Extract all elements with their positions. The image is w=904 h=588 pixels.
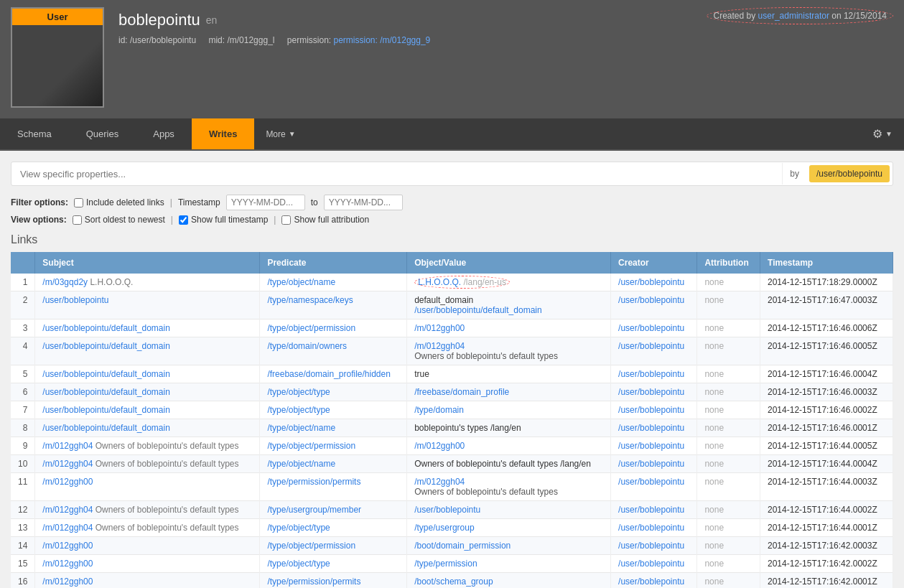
subject-link[interactable]: /m/03gqd2y: [42, 277, 88, 287]
predicate-link[interactable]: /type/object/name: [267, 277, 335, 287]
subject-link[interactable]: /user/boblepointu/default_domain: [42, 387, 169, 397]
object-link[interactable]: /freebase/domain_profile: [414, 387, 509, 397]
creator-link[interactable]: /user/boblepointu: [618, 477, 684, 487]
predicate-link[interactable]: /type/object/permission: [267, 441, 355, 451]
cell-num: 10: [11, 455, 35, 473]
object-link[interactable]: /m/012ggh04: [414, 477, 465, 487]
subject-link[interactable]: /user/boblepointu/default_domain: [42, 323, 169, 333]
created-by-link[interactable]: user_administrator: [758, 11, 829, 21]
subject-link[interactable]: /m/012ggh00: [42, 577, 93, 587]
subject-link[interactable]: /m/012ggh04: [42, 441, 93, 451]
creator-link[interactable]: /user/boblepointu: [618, 441, 684, 451]
predicate-link[interactable]: /type/object/type: [267, 405, 330, 415]
predicate-link[interactable]: /type/object/type: [267, 559, 330, 569]
predicate-link[interactable]: /type/permission/permits: [267, 577, 360, 587]
creator-link[interactable]: /user/boblepointu: [618, 323, 684, 333]
creator-link[interactable]: /user/boblepointu: [618, 559, 684, 569]
object-link[interactable]: /type/usergroup: [414, 523, 474, 533]
cell-subject: /m/012ggh00: [35, 537, 260, 555]
object-link[interactable]: L.H.O.O.Q.: [418, 277, 461, 287]
creator-link[interactable]: /user/boblepointu: [618, 541, 684, 551]
object-extra-link[interactable]: /user/boblepointu/default_domain: [414, 305, 541, 315]
nav-gear[interactable]: ⚙ ▼: [861, 118, 904, 149]
subject-link[interactable]: /user/boblepointu/default_domain: [42, 369, 169, 379]
creator-link[interactable]: /user/boblepointu: [618, 423, 684, 433]
object-link[interactable]: /boot/domain_permission: [414, 541, 511, 551]
predicate-link[interactable]: /type/permission/permits: [267, 477, 360, 487]
subject-link[interactable]: /m/012ggh04: [42, 523, 93, 533]
subject-link[interactable]: /m/012ggh00: [42, 477, 93, 487]
creator-link[interactable]: /user/boblepointu: [618, 341, 684, 351]
cell-creator: /user/boblepointu: [611, 437, 697, 455]
created-on: on 12/15/2014: [831, 11, 887, 21]
subject-link[interactable]: /user/boblepointu/default_domain: [42, 423, 169, 433]
nav-more[interactable]: More ▼: [254, 119, 307, 149]
nav-queries[interactable]: Queries: [69, 118, 136, 149]
predicate-link[interactable]: /type/namespace/keys: [267, 295, 353, 305]
object-value: Owners of boblepointu's default types /l…: [414, 459, 591, 469]
main-content: by /user/boblepointu Filter options: Inc…: [0, 151, 904, 588]
predicate-link[interactable]: /type/object/permission: [267, 541, 355, 551]
creator-link[interactable]: /user/boblepointu: [618, 295, 684, 305]
subject-link[interactable]: /user/boblepointu/default_domain: [42, 341, 169, 351]
include-deleted-checkbox[interactable]: [74, 198, 83, 207]
cell-num: 7: [11, 401, 35, 419]
search-input[interactable]: [11, 163, 782, 185]
predicate-link[interactable]: /type/object/permission: [267, 323, 355, 333]
cell-predicate: /type/object/permission: [260, 437, 407, 455]
created-label: Created by: [713, 11, 755, 21]
cell-timestamp: 2014-12-15T17:16:42.0003Z: [760, 537, 893, 555]
creator-link[interactable]: /user/boblepointu: [618, 277, 684, 287]
predicate-link[interactable]: /type/object/type: [267, 387, 330, 397]
show-full-timestamp-label[interactable]: Show full timestamp: [179, 215, 268, 225]
nav-apps[interactable]: Apps: [136, 118, 192, 149]
table-row: 6/user/boblepointu/default_domain/type/o…: [11, 383, 893, 401]
cell-timestamp: 2014-12-15T17:16:46.0002Z: [760, 401, 893, 419]
creator-link[interactable]: /user/boblepointu: [618, 387, 684, 397]
object-link[interactable]: /boot/schema_group: [414, 577, 493, 587]
subject-link[interactable]: /m/012ggh04: [42, 459, 93, 469]
permission-link[interactable]: permission: /m/012ggg_9: [334, 35, 431, 45]
sort-oldest-checkbox[interactable]: [73, 215, 82, 225]
object-link[interactable]: /m/012ggh00: [414, 323, 465, 333]
nav-writes[interactable]: Writes: [192, 118, 255, 149]
cell-num: 8: [11, 419, 35, 437]
include-deleted-label[interactable]: Include deleted links: [74, 197, 164, 207]
user-permission: permission: permission: /m/012ggg_9: [287, 35, 430, 45]
nav-schema[interactable]: Schema: [0, 118, 69, 149]
predicate-link[interactable]: /type/object/name: [267, 423, 335, 433]
search-filter-tag[interactable]: /user/boblepointu: [809, 165, 890, 182]
sort-oldest-text: Sort oldest to newest: [85, 215, 165, 225]
show-full-attribution-checkbox[interactable]: [281, 215, 291, 225]
cell-timestamp: 2014-12-15T17:16:44.0004Z: [760, 455, 893, 473]
sort-oldest-label[interactable]: Sort oldest to newest: [73, 215, 165, 225]
object-link[interactable]: /m/012ggh04: [414, 341, 465, 351]
timestamp-from-input[interactable]: [226, 195, 305, 210]
predicate-link[interactable]: /type/domain/owners: [267, 341, 347, 351]
cell-predicate: /type/object/type: [260, 401, 407, 419]
object-link[interactable]: /type/domain: [414, 405, 464, 415]
creator-link[interactable]: /user/boblepointu: [618, 459, 684, 469]
timestamp-to-input[interactable]: [324, 195, 403, 210]
subject-link[interactable]: /user/boblepointu/default_domain: [42, 405, 169, 415]
subject-link[interactable]: /m/012ggh04: [42, 505, 93, 515]
creator-link[interactable]: /user/boblepointu: [618, 505, 684, 515]
show-full-attribution-label[interactable]: Show full attribution: [281, 215, 369, 225]
creator-link[interactable]: /user/boblepointu: [618, 369, 684, 379]
subject-link[interactable]: /user/boblepointu: [42, 295, 108, 305]
predicate-link[interactable]: /type/object/type: [267, 523, 330, 533]
object-link[interactable]: /type/permission: [414, 559, 477, 569]
creator-link[interactable]: /user/boblepointu: [618, 523, 684, 533]
subject-link[interactable]: /m/012ggh00: [42, 541, 93, 551]
show-full-timestamp-checkbox[interactable]: [179, 215, 188, 225]
object-link[interactable]: /m/012ggh00: [414, 441, 465, 451]
predicate-link[interactable]: /freebase/domain_profile/hidden: [267, 369, 390, 379]
avatar: User: [11, 7, 104, 108]
object-link[interactable]: /user/boblepointu: [414, 505, 480, 515]
cell-predicate: /type/usergroup/member: [260, 501, 407, 519]
creator-link[interactable]: /user/boblepointu: [618, 577, 684, 587]
predicate-link[interactable]: /type/usergroup/member: [267, 505, 361, 515]
predicate-link[interactable]: /type/object/name: [267, 459, 335, 469]
subject-link[interactable]: /m/012ggh00: [42, 559, 93, 569]
creator-link[interactable]: /user/boblepointu: [618, 405, 684, 415]
